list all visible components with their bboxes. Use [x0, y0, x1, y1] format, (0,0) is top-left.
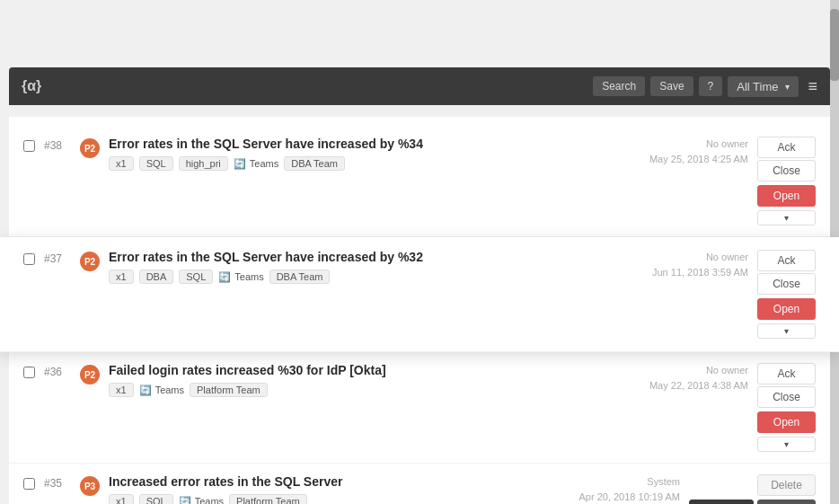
time-selector[interactable]: All Time ▾	[728, 76, 799, 97]
action-pair: Ack Close	[757, 250, 816, 295]
teams-icon: 🔄	[179, 496, 191, 505]
incident-count: x1	[109, 383, 134, 397]
incident-content: Increased error rates in the SQL Server …	[109, 474, 545, 504]
teams-label: Teams	[234, 271, 263, 282]
status-actions: Responder Closed	[689, 500, 816, 504]
incident-actions: Ack Close Open ▾	[757, 363, 816, 452]
incident-actions: Delete Responder Closed	[689, 474, 816, 504]
tag-sql: SQL	[139, 156, 173, 171]
incident-title: Failed login rates increased %30 for IdP…	[109, 363, 614, 377]
incident-tags: x1 DBA SQL 🔄 Teams DBA Team	[109, 270, 614, 284]
toolbar: {α} Search Save ? All Time ▾ ≡	[9, 67, 830, 105]
incident-date: May 25, 2018 4:25 AM	[623, 152, 748, 167]
responder-button[interactable]: Responder	[689, 500, 754, 504]
incident-count: x1	[109, 494, 134, 504]
priority-badge: P2	[80, 252, 100, 271]
row-checkbox[interactable]	[23, 478, 35, 490]
incident-owner: No owner	[623, 250, 748, 265]
open-button[interactable]: Open	[757, 185, 816, 207]
priority-badge: P3	[80, 476, 100, 496]
action-pair: Ack Close	[757, 363, 816, 408]
incident-id: #35	[44, 477, 71, 490]
expand-button[interactable]: ▾	[757, 437, 816, 452]
scrollbar-thumb[interactable]	[830, 9, 839, 81]
incident-owner: System	[554, 474, 680, 490]
teams-tag: 🔄 Teams	[139, 385, 184, 396]
time-chevron-icon: ▾	[785, 82, 790, 92]
ack-button[interactable]: Ack	[757, 363, 816, 385]
row-checkbox[interactable]	[23, 140, 35, 152]
save-button[interactable]: Save	[650, 76, 693, 96]
expand-button[interactable]: ▾	[757, 210, 816, 225]
tag-high-pri: high_pri	[179, 156, 228, 171]
incident-meta: No owner May 25, 2018 4:25 AM	[623, 137, 748, 166]
incident-tags: x1 SQL 🔄 Teams Platform Team	[109, 494, 545, 504]
delete-button[interactable]: Delete	[757, 474, 816, 496]
table-row: #35 P3 Increased error rates in the SQL …	[9, 464, 830, 504]
expand-button[interactable]: ▾	[757, 323, 816, 339]
open-button[interactable]: Open	[757, 298, 816, 320]
incident-owner: No owner	[623, 363, 748, 378]
team-name: DBA Team	[269, 270, 331, 284]
incident-content: Error rates in the SQL Server have incre…	[109, 250, 614, 284]
teams-label: Teams	[250, 158, 278, 169]
tag-sql: SQL	[139, 494, 173, 504]
toolbar-logo: {α}	[22, 78, 41, 94]
incident-content: Error rates in the SQL Server have incre…	[109, 137, 614, 171]
incident-meta: System Apr 20, 2018 10:19 AM	[554, 474, 680, 504]
tag-dba: DBA	[139, 270, 174, 284]
incident-actions: Ack Close Open ▾	[757, 137, 816, 225]
incident-id: #38	[44, 139, 71, 152]
incident-date: Jun 11, 2018 3:59 AM	[623, 265, 748, 280]
incident-title: Error rates in the SQL Server have incre…	[109, 137, 614, 151]
teams-icon: 🔄	[139, 385, 152, 396]
team-name: Platform Team	[190, 383, 268, 397]
incident-count: x1	[109, 270, 134, 284]
close-button[interactable]: Close	[757, 273, 816, 295]
help-button[interactable]: ?	[699, 76, 723, 96]
teams-icon: 🔄	[234, 158, 246, 170]
ack-button[interactable]: Ack	[757, 250, 816, 271]
closed-button[interactable]: Closed	[757, 500, 816, 504]
team-name: Platform Team	[229, 494, 307, 504]
priority-badge: P2	[80, 138, 100, 158]
priority-badge: P2	[80, 365, 100, 385]
incident-id: #36	[44, 366, 71, 378]
ack-button[interactable]: Ack	[757, 137, 816, 158]
incident-tags: x1 🔄 Teams Platform Team	[109, 383, 614, 397]
incident-id: #37	[44, 252, 71, 265]
teams-tag: 🔄 Teams	[234, 158, 278, 170]
teams-icon: 🔄	[218, 271, 231, 283]
teams-tag: 🔄 Teams	[179, 496, 224, 505]
team-name: DBA Team	[284, 156, 345, 171]
toolbar-right: Search Save ? All Time ▾ ≡	[593, 76, 817, 97]
menu-icon[interactable]: ≡	[808, 77, 817, 96]
incident-date: May 22, 2018 4:38 AM	[623, 378, 748, 393]
row-checkbox[interactable]	[23, 253, 35, 265]
incident-meta: No owner Jun 11, 2018 3:59 AM	[623, 250, 748, 279]
search-button[interactable]: Search	[593, 76, 645, 96]
tag-sql: SQL	[179, 270, 213, 284]
table-row: #38 P2 Error rates in the SQL Server hav…	[9, 126, 830, 237]
table-row: #37 P2 Error rates in the SQL Server hav…	[0, 237, 839, 352]
incident-count: x1	[109, 156, 134, 171]
time-label: All Time	[737, 80, 778, 93]
incidents-list: #38 P2 Error rates in the SQL Server hav…	[9, 117, 830, 504]
incident-date: Apr 20, 2018 10:19 AM	[554, 490, 680, 505]
open-button[interactable]: Open	[757, 411, 816, 433]
incident-owner: No owner	[623, 137, 748, 152]
teams-label: Teams	[155, 385, 184, 395]
incident-meta: No owner May 22, 2018 4:38 AM	[623, 363, 748, 393]
teams-tag: 🔄 Teams	[218, 271, 263, 283]
incident-title: Increased error rates in the SQL Server	[109, 474, 545, 489]
incident-tags: x1 SQL high_pri 🔄 Teams DBA Team	[109, 156, 614, 171]
close-button[interactable]: Close	[757, 160, 816, 181]
row-checkbox[interactable]	[23, 367, 35, 378]
table-row: #36 P2 Failed login rates increased %30 …	[9, 352, 830, 464]
teams-label: Teams	[195, 496, 224, 504]
incident-title: Error rates in the SQL Server have incre…	[109, 250, 614, 264]
incident-actions: Ack Close Open ▾	[757, 250, 816, 339]
incident-content: Failed login rates increased %30 for IdP…	[109, 363, 614, 397]
action-pair: Ack Close	[757, 137, 816, 181]
close-button[interactable]: Close	[757, 386, 816, 408]
